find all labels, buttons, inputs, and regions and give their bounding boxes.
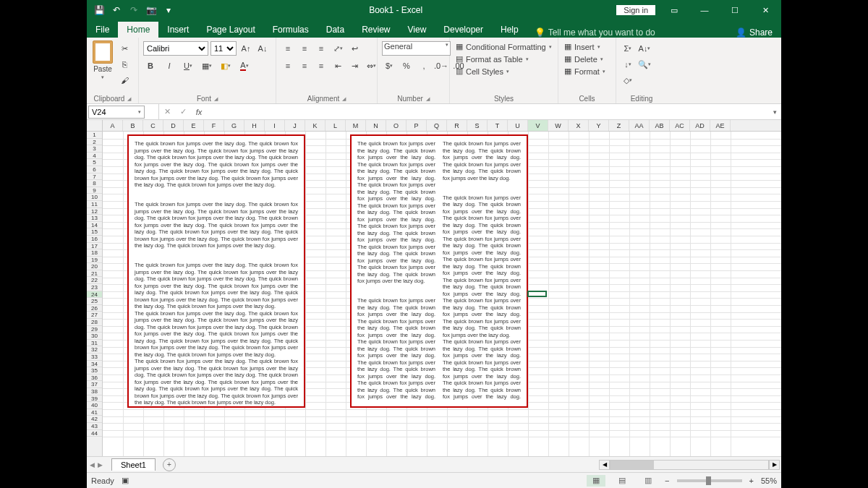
zoom-in-button[interactable]: +	[749, 476, 754, 485]
cut-icon[interactable]: ✂	[117, 41, 132, 56]
undo-icon[interactable]: ↶	[110, 4, 123, 17]
tab-formulas[interactable]: Formulas	[264, 22, 318, 38]
underline-button[interactable]: U▾	[181, 59, 195, 73]
accounting-format-icon[interactable]: $▾	[382, 59, 396, 73]
share-button[interactable]: 👤 Share	[727, 27, 781, 38]
column-header[interactable]: A	[103, 120, 123, 131]
signin-button[interactable]: Sign in	[616, 5, 655, 15]
column-header[interactable]: C	[143, 120, 163, 131]
wrap-text-icon[interactable]: ↩	[347, 41, 362, 56]
text-box[interactable]: The quick brown fox jumps over the lazy …	[350, 134, 528, 408]
row-header[interactable]: 25	[87, 298, 102, 305]
merge-center-icon[interactable]: ⇔▾	[364, 59, 378, 73]
sheet-nav-next-icon[interactable]: ▶	[98, 461, 103, 468]
column-header[interactable]: T	[488, 120, 508, 131]
column-header[interactable]: P	[407, 120, 427, 131]
row-header[interactable]: 43	[87, 423, 102, 430]
column-header[interactable]: E	[184, 120, 204, 131]
qat-customize-icon[interactable]: ▾	[162, 4, 175, 17]
column-header[interactable]: F	[204, 120, 224, 131]
row-header[interactable]: 12	[87, 208, 102, 215]
percent-format-icon[interactable]: %	[399, 59, 414, 73]
font-name-select[interactable]: Calibri	[143, 41, 208, 56]
sheet-nav-prev-icon[interactable]: ◀	[90, 461, 95, 468]
tab-file[interactable]: File	[87, 22, 118, 38]
align-middle-icon[interactable]: ≡	[297, 41, 312, 56]
align-bottom-icon[interactable]: ≡	[314, 41, 328, 56]
row-header[interactable]: 23	[87, 284, 102, 291]
formula-bar-input[interactable]	[207, 106, 768, 119]
scroll-right-icon[interactable]: ▶	[769, 460, 780, 470]
row-header[interactable]: 3	[87, 145, 102, 153]
align-left-icon[interactable]: ≡	[281, 59, 295, 73]
column-header[interactable]: AD	[690, 120, 710, 131]
cancel-icon[interactable]: ✕	[159, 107, 175, 116]
decrease-font-icon[interactable]: A↓	[255, 41, 270, 56]
zoom-out-button[interactable]: −	[665, 476, 669, 485]
active-cell[interactable]	[527, 291, 547, 297]
column-header[interactable]: G	[224, 120, 244, 131]
increase-font-icon[interactable]: A↑	[239, 41, 253, 56]
find-select-icon[interactable]: 🔍▾	[637, 57, 652, 72]
sheet-tab-active[interactable]: Sheet1	[111, 458, 156, 471]
row-header[interactable]: 44	[87, 430, 102, 437]
text-box[interactable]: The quick brown fox jumps over the lazy …	[127, 134, 305, 408]
enter-icon[interactable]: ✓	[175, 107, 191, 116]
row-header[interactable]: 34	[87, 361, 102, 368]
column-header[interactable]: AE	[710, 120, 731, 131]
borders-icon[interactable]: ▦▾	[200, 59, 214, 73]
column-header[interactable]: R	[447, 120, 467, 131]
column-header[interactable]: U	[508, 120, 528, 131]
tab-insert[interactable]: Insert	[158, 22, 197, 38]
orientation-icon[interactable]: ⤢▾	[331, 41, 345, 56]
row-header[interactable]: 2	[87, 139, 102, 146]
row-headers[interactable]: 1234567891011121314151617181920212223242…	[87, 132, 103, 456]
row-header[interactable]: 31	[87, 340, 102, 347]
row-header[interactable]: 4	[87, 153, 102, 160]
bold-button[interactable]: B	[143, 59, 158, 73]
tab-developer[interactable]: Developer	[435, 22, 492, 38]
increase-indent-icon[interactable]: ⇥	[347, 59, 362, 73]
paste-button[interactable]: Paste ▾	[90, 39, 116, 82]
tab-data[interactable]: Data	[318, 22, 353, 38]
horizontal-scrollbar[interactable]: ◀ ▶	[599, 460, 781, 470]
font-size-select[interactable]: 11	[210, 41, 237, 56]
ribbon-display-icon[interactable]: ▭	[663, 0, 686, 20]
scroll-left-icon[interactable]: ◀	[599, 460, 610, 470]
row-header[interactable]: 6	[87, 166, 102, 174]
column-header[interactable]: O	[386, 120, 407, 131]
row-header[interactable]: 19	[87, 257, 102, 264]
redo-icon[interactable]: ↷	[127, 4, 140, 17]
column-header[interactable]: Y	[589, 120, 609, 131]
row-header[interactable]: 30	[87, 333, 102, 340]
column-header[interactable]: J	[285, 120, 305, 131]
row-header[interactable]: 38	[87, 388, 102, 395]
format-painter-icon[interactable]: 🖌	[117, 73, 132, 87]
row-header[interactable]: 11	[87, 201, 102, 208]
row-header[interactable]: 10	[87, 194, 102, 201]
align-top-icon[interactable]: ≡	[281, 41, 295, 56]
column-header[interactable]: K	[305, 120, 326, 131]
tell-me-search[interactable]: 💡 Tell me what you want to do	[527, 27, 663, 38]
column-header[interactable]: W	[548, 120, 569, 131]
conditional-formatting-button[interactable]: ▦ Conditional Formatting ▾	[454, 41, 553, 52]
row-header[interactable]: 7	[87, 174, 102, 181]
expand-formula-bar-icon[interactable]: ▾	[768, 108, 781, 116]
column-header[interactable]: Z	[609, 120, 629, 131]
align-right-icon[interactable]: ≡	[314, 59, 328, 73]
format-as-table-button[interactable]: ▤ Format as Table ▾	[454, 53, 530, 64]
dialog-launcher-icon[interactable]: ◢	[127, 96, 131, 102]
row-header[interactable]: 13	[87, 215, 102, 222]
zoom-level[interactable]: 55%	[761, 476, 777, 485]
page-layout-view-icon[interactable]: ▤	[613, 475, 631, 487]
row-header[interactable]: 36	[87, 374, 102, 382]
number-format-select[interactable]: General ▾	[382, 41, 451, 56]
row-header[interactable]: 35	[87, 367, 102, 374]
fx-icon[interactable]: fx	[191, 108, 207, 116]
column-header[interactable]: B	[123, 120, 143, 131]
insert-cells-button[interactable]: ▦ Insert ▾	[563, 41, 602, 52]
minimize-icon[interactable]: —	[693, 0, 716, 20]
row-header[interactable]: 5	[87, 159, 102, 166]
column-header[interactable]: X	[569, 120, 589, 131]
name-box[interactable]: V24▾	[88, 106, 145, 119]
